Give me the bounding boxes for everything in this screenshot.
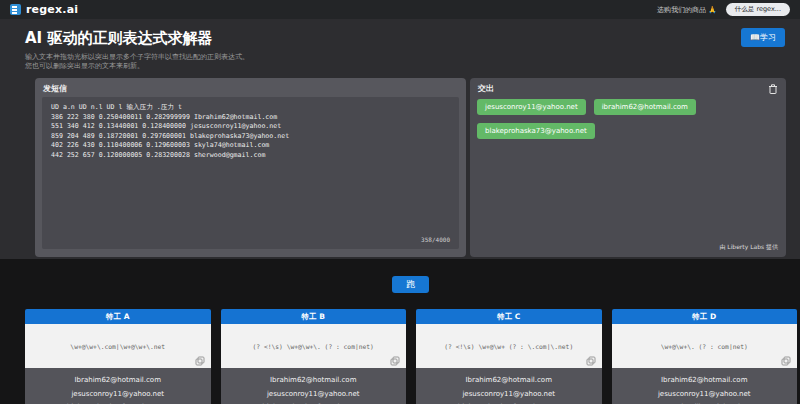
copy-icon[interactable] [195, 354, 205, 364]
learn-button[interactable]: 📖学习 [741, 28, 785, 47]
agent-card-title[interactable]: 特工 D [612, 309, 798, 324]
agent-card: 特工 C (? <!\s) \w+@\w+ (? : \.com|\.net) … [416, 309, 602, 404]
brand-name: regex.ai [26, 3, 78, 16]
copy-icon[interactable] [390, 354, 400, 364]
match-badge: ibrahim62@hotmail.com [594, 99, 696, 115]
input-text-lines: UD a.n UD n.l UD l 输入压力 .压力 t386 222 380… [51, 103, 450, 161]
match-item: jesusconroy11@yahoo.net [221, 388, 407, 402]
agent-match-list: Ibrahim62@hotmail.comjesusconroy11@yahoo… [221, 368, 407, 404]
copy-icon[interactable] [781, 354, 791, 364]
char-counter: 358/4000 [421, 235, 450, 245]
text-line: 402 226 430 0.110400006 0.129600003 skyl… [51, 141, 450, 151]
agent-match-list: Ibrahim62@hotmail.comjesusconroy11@yahoo… [25, 368, 211, 404]
page-title: AI 驱动的正则表达式求解器 [25, 29, 212, 48]
agent-card-title[interactable]: 特工 A [25, 309, 211, 324]
copy-icon[interactable] [586, 354, 596, 364]
text-line: UD a.n UD n.l UD l 输入压力 .压力 t [51, 103, 450, 113]
output-panel-label: 交出 [478, 83, 494, 94]
text-input-panel: 发短信 UD a.n UD n.l UD l 输入压力 .压力 t386 222… [35, 78, 466, 257]
input-panel-label: 发短信 [43, 83, 67, 94]
agent-match-list: Ibrahim62@hotmail.comjesusconroy11@yahoo… [416, 368, 602, 404]
navbar-right: 选购我们的商品 🙏 什么是 regex... [657, 3, 790, 16]
match-item: Ibrahim62@hotmail.com [416, 374, 602, 388]
match-item: Ibrahim62@hotmail.com [612, 374, 798, 388]
match-item: Ibrahim62@hotmail.com [221, 374, 407, 388]
agent-match-list: Ibrahim62@hotmail.comjesusconroy11@yahoo… [612, 368, 798, 404]
agent-regex-panel: (? <!\s) \w+@\w+\. (? : com|net) [221, 324, 407, 368]
liberty-labs-credit: 由 Liberty Labs 提供 [719, 243, 778, 252]
agent-card: 特工 D \w+@\w+\. (? : com|net) Ibrahim62@h… [612, 309, 798, 404]
match-badge: jesusconroy11@yahoo.net [477, 99, 586, 115]
match-item: jesusconroy11@yahoo.net [25, 388, 211, 402]
output-panel: 交出 jesusconroy11@yahoo.netibrahim62@hotm… [470, 78, 786, 257]
agent-card-title[interactable]: 特工 B [221, 309, 407, 324]
match-item: Ibrahim62@hotmail.com [25, 374, 211, 388]
agent-regex: (? <!\s) \w+@\w+\. (? : com|net) [253, 343, 374, 350]
agent-card: 特工 A \w+@\w+\.com|\w+@\w+\.net Ibrahim62… [25, 309, 211, 404]
agent-regex: \w+@\w+\.com|\w+@\w+\.net [70, 343, 165, 350]
navbar: regex.ai 选购我们的商品 🙏 什么是 regex... [0, 0, 800, 19]
agent-cards-row: 特工 A \w+@\w+\.com|\w+@\w+\.net Ibrahim62… [25, 309, 797, 404]
agent-regex: (? <!\s) \w+@\w+ (? : \.com|\.net) [444, 343, 573, 350]
run-button[interactable]: 跑 [392, 276, 429, 293]
agent-card: 特工 B (? <!\s) \w+@\w+\. (? : com|net) Ib… [221, 309, 407, 404]
brand-logo-icon [10, 4, 21, 15]
match-badge: blakeprohaska73@yahoo.net [477, 123, 595, 139]
agent-regex-panel: \w+@\w+\. (? : com|net) [612, 324, 798, 368]
text-line: 859 204 489 0.18720001 0.297600001 blake… [51, 132, 450, 142]
trash-icon[interactable] [767, 83, 779, 95]
what-is-regex-button[interactable]: 什么是 regex... [726, 3, 790, 16]
agent-card-title[interactable]: 特工 C [416, 309, 602, 324]
agent-regex-panel: \w+@\w+\.com|\w+@\w+\.net [25, 324, 211, 368]
text-line: 386 222 380 0.250400011 0.282999999 Ibra… [51, 113, 450, 123]
text-line: 551 340 412 0.13440001 0.128400000 jesus… [51, 122, 450, 132]
shop-products-link[interactable]: 选购我们的商品 🙏 [657, 5, 717, 15]
text-input-area[interactable]: UD a.n UD n.l UD l 输入压力 .压力 t386 222 380… [42, 97, 459, 249]
match-item: jesusconroy11@yahoo.net [612, 388, 798, 402]
text-line: 442 252 657 0.120000005 0.283200028 sher… [51, 151, 450, 161]
page-subtitle-line2: 您也可以删除突出显示的文本来刷新。 [25, 61, 144, 71]
match-badges: jesusconroy11@yahoo.netibrahim62@hotmail… [477, 99, 779, 139]
agent-regex-panel: (? <!\s) \w+@\w+ (? : \.com|\.net) [416, 324, 602, 368]
agent-regex: \w+@\w+\. (? : com|net) [661, 343, 748, 350]
match-item: jesusconroy11@yahoo.net [416, 388, 602, 402]
